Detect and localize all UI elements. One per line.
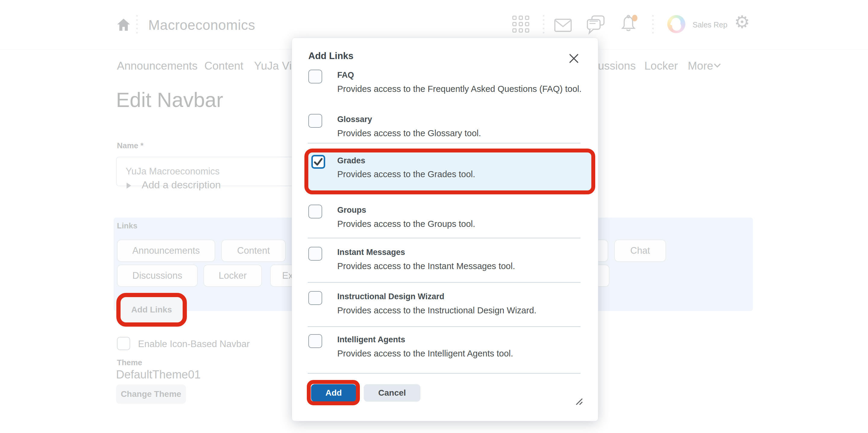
divider xyxy=(308,282,581,283)
item-description: Provides access to the Instant Messages … xyxy=(337,261,515,271)
divider xyxy=(308,238,581,238)
groups-checkbox[interactable] xyxy=(308,205,322,218)
dialog-item-grades: Grades Provides access to the Grades too… xyxy=(305,149,591,195)
item-label: Groups xyxy=(337,206,366,215)
item-description: Provides access to the Grades tool. xyxy=(337,169,475,179)
intelligent-agents-checkbox[interactable] xyxy=(308,334,322,348)
dialog-title: Add Links xyxy=(308,51,353,61)
item-label: Instant Messages xyxy=(337,248,405,257)
instant-messages-checkbox[interactable] xyxy=(308,247,322,261)
glossary-checkbox[interactable] xyxy=(308,114,322,128)
item-label: Instructional Design Wizard xyxy=(337,292,444,301)
divider xyxy=(308,143,581,144)
grades-checkbox-checked[interactable] xyxy=(311,155,325,169)
item-description: Provides access to the Intelligent Agent… xyxy=(337,349,513,359)
item-label: FAQ xyxy=(337,70,354,80)
item-description: Provides access to the Groups tool. xyxy=(337,219,475,229)
faq-checkbox[interactable] xyxy=(308,70,322,84)
page: Macroeconomics xyxy=(0,0,868,433)
add-button[interactable]: Add xyxy=(311,384,356,402)
item-label: Grades xyxy=(337,156,365,165)
divider xyxy=(308,326,581,327)
close-icon[interactable] xyxy=(568,53,579,64)
item-label: Intelligent Agents xyxy=(337,335,405,344)
cancel-button[interactable]: Cancel xyxy=(364,384,421,402)
item-description: Provides access to the Instructional Des… xyxy=(337,306,536,315)
divider xyxy=(308,373,581,374)
instructional-design-wizard-checkbox[interactable] xyxy=(308,291,322,305)
item-description: Provides access to the Glossary tool. xyxy=(337,128,481,138)
item-label: Glossary xyxy=(337,115,372,124)
add-links-dialog: Add Links FAQ Provides access to the Fre… xyxy=(292,38,598,421)
resize-handle-icon[interactable] xyxy=(575,397,583,405)
item-description: Provides access to the Frequently Asked … xyxy=(337,84,582,94)
